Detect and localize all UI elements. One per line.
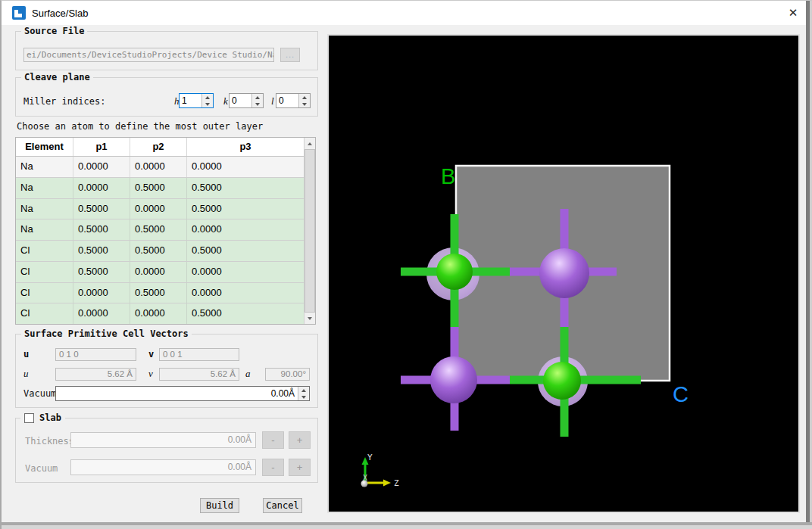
table-scrollbar[interactable] [304,138,315,324]
u-length-label: u [23,368,29,380]
cell-p2[interactable]: 0.0000 [130,262,187,282]
cell-p2[interactable]: 0.5000 [130,241,187,261]
vertex-label-b: B [441,164,455,188]
atom-purple-top-right[interactable] [539,248,589,298]
vacuum-value[interactable]: 0.00Å [56,387,298,400]
cell-p1[interactable]: 0.5000 [73,199,130,219]
v-length-label: v [148,368,153,380]
k-spin-up-icon[interactable] [252,94,263,101]
l-spin-up-icon[interactable] [299,94,310,101]
cell-p1[interactable]: 0.0000 [73,283,130,303]
vacuum-spin-down-icon[interactable] [298,394,309,400]
header-p2[interactable]: p2 [130,138,187,156]
y-axis-label: Y [367,453,373,462]
cell-p3[interactable]: 0.0000 [187,219,304,240]
build-button[interactable]: Build [200,498,239,513]
k-value[interactable]: 0 [230,94,251,107]
h-value[interactable]: 1 [180,94,201,107]
cell-element[interactable]: Na [16,178,73,198]
l-spinbox[interactable]: 0 [276,93,311,108]
table-row[interactable]: Cl 0.0000 0.5000 0.0000 [16,283,304,304]
k-spinbox[interactable]: 0 [229,93,264,108]
table-row[interactable]: Cl 0.5000 0.5000 0.5000 [16,241,304,262]
alpha-field: 90.00° [265,368,310,381]
table-row[interactable]: Na 0.5000 0.0000 0.5000 [16,199,304,220]
cell-p3[interactable]: 0.5000 [187,303,304,324]
cell-p1[interactable]: 0.5000 [73,219,130,240]
cell-p1[interactable]: 0.0000 [73,157,130,177]
slab-vacuum-minus-button[interactable]: - [262,459,284,476]
cell-element[interactable]: Cl [16,303,73,324]
slab-checkbox[interactable] [24,413,34,423]
table-row[interactable]: Cl 0.5000 0.0000 0.0000 [16,262,304,283]
header-p3[interactable]: p3 [187,138,304,156]
scrollbar-thumb[interactable] [304,149,315,313]
atom-green-bottom-right[interactable] [543,362,581,400]
table-row[interactable]: Na 0.0000 0.0000 0.0000 [16,157,304,178]
title-bar[interactable]: Surface/Slab ✕ [2,1,806,25]
cell-p3[interactable]: 0.5000 [187,241,304,261]
thickness-label: Thickness [25,436,74,447]
k-spin-down-icon[interactable] [252,101,263,107]
slab-vacuum-plus-button[interactable]: + [289,459,311,476]
z-axis-label: Z [394,478,399,488]
atom-purple-bottom-left[interactable] [430,356,477,403]
cell-p1[interactable]: 0.5000 [73,262,130,282]
vacuum-spin-up-icon[interactable] [298,387,309,394]
cell-p2[interactable]: 0.0000 [130,157,187,177]
source-file-path-field: ei/Documents/DeviceStudioProjects/Device… [23,48,274,62]
cell-p3[interactable]: 0.0000 [187,157,304,177]
h-spin-down-icon[interactable] [202,101,213,107]
l-spin-down-icon[interactable] [299,101,310,107]
cell-element[interactable]: Cl [16,241,73,261]
thickness-plus-button[interactable]: + [289,431,311,449]
cell-element[interactable]: Na [16,157,73,177]
alpha-label: a [245,368,251,380]
cell-p1[interactable]: 0.0000 [73,178,130,198]
axis-origin-ball [361,481,368,487]
atom-table: Element p1 p2 p3 Na 0.0000 0.0000 0.0000… [15,137,316,325]
u-length-field: 5.62 Å [55,368,136,381]
cell-p2[interactable]: 0.0000 [130,199,187,219]
cell-p2[interactable]: 0.5000 [130,219,187,240]
atom-green-top-left[interactable] [436,254,473,290]
table-row[interactable]: Na 0.5000 0.5000 0.0000 [16,219,304,241]
cell-p1[interactable]: 0.0000 [73,303,130,324]
cell-vectors-title: Surface Primitive Cell Vectors [21,328,192,339]
browse-button[interactable]: ... [280,48,300,62]
close-icon[interactable]: ✕ [785,5,801,21]
cell-p1[interactable]: 0.5000 [73,241,130,261]
z-axis-arrowhead [383,480,391,487]
vacuum-spinbox[interactable]: 0.00Å [55,386,310,401]
cell-element[interactable]: Na [16,199,73,219]
cell-p2[interactable]: 0.0000 [130,303,187,324]
u-vector-label: u [23,349,29,359]
cell-p2[interactable]: 0.5000 [130,178,187,198]
scroll-down-icon[interactable] [304,313,315,324]
l-value[interactable]: 0 [276,94,298,107]
cell-p3[interactable]: 0.0000 [187,283,304,303]
cell-p2[interactable]: 0.5000 [130,283,187,303]
h-spin-up-icon[interactable] [202,94,213,101]
scroll-up-icon[interactable] [304,138,315,149]
nacl-structure-canvas[interactable]: B C X Y Z [329,36,798,512]
cell-p3[interactable]: 0.5000 [187,178,304,198]
cell-p3[interactable]: 0.0000 [187,262,304,282]
cell-p3[interactable]: 0.5000 [187,199,304,219]
cell-element[interactable]: Na [16,219,73,240]
cell-element[interactable]: Cl [16,262,73,282]
vertex-label-c: C [673,382,689,406]
thickness-minus-button[interactable]: - [262,431,284,449]
header-element[interactable]: Element [16,138,73,156]
table-row[interactable]: Cl 0.0000 0.0000 0.5000 [16,303,304,324]
table-row[interactable]: Na 0.0000 0.5000 0.5000 [16,178,304,199]
cancel-button[interactable]: Cancel [263,498,302,513]
v-length-field: 5.62 Å [159,368,239,381]
miller-indices-label: Miller indices: [23,96,105,107]
structure-viewport[interactable]: B C X Y Z [329,36,798,512]
surface-slab-dialog: Surface/Slab ✕ Source File ei/Documents/… [0,0,812,529]
h-spinbox[interactable]: 1 [179,93,214,108]
header-p1[interactable]: p1 [73,138,130,156]
atom-table-caption: Choose an atom to define the most outer … [17,121,263,132]
cell-element[interactable]: Cl [16,283,73,303]
